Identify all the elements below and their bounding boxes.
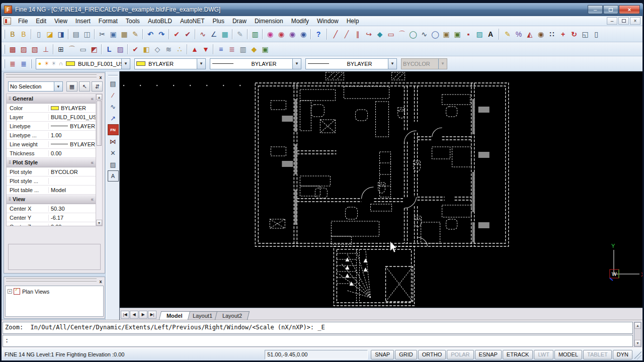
toolbar-button[interactable]: ⋈ xyxy=(108,136,119,147)
scroll-down-icon[interactable]: ▼ xyxy=(634,340,641,346)
toolbar-button[interactable]: ▤ xyxy=(70,29,82,40)
palette-close-icon[interactable]: x xyxy=(98,74,104,80)
mdi-restore-button[interactable] xyxy=(618,17,629,25)
toolbar-button[interactable]: ⊥ xyxy=(40,44,51,55)
toolbar-button[interactable]: ◯ xyxy=(408,29,419,40)
toolbar-button[interactable]: ∿ xyxy=(419,29,430,40)
palette-scrollbar[interactable]: ▲ ▼ xyxy=(96,94,103,226)
toolbar-button[interactable]: ◧ xyxy=(141,44,152,55)
toolbar-button[interactable]: ✂ xyxy=(97,29,108,40)
toolbar-button[interactable]: ≣ xyxy=(18,58,29,69)
section-view[interactable]: ⁞⁞ View « xyxy=(7,195,96,204)
toolbar-button[interactable]: ◪ xyxy=(44,29,55,40)
toolbar-button[interactable]: ◆ xyxy=(249,44,260,55)
toolbar-button[interactable]: ◇ xyxy=(152,44,163,55)
toolbar-button[interactable]: % xyxy=(513,29,524,40)
toolbar-button[interactable]: ≋ xyxy=(163,44,174,55)
toolbar-button[interactable]: B xyxy=(7,29,18,40)
layer-state-icon[interactable]: ☀ xyxy=(43,60,50,67)
status-toggle-button[interactable]: ORTHO xyxy=(418,350,446,359)
layout-tab[interactable]: Model xyxy=(159,311,190,320)
toolbar-button[interactable]: ▣ xyxy=(441,29,452,40)
mdi-close-button[interactable]: × xyxy=(630,17,640,25)
toolbar-button[interactable]: ▲ xyxy=(189,44,200,55)
toolbar-button[interactable] xyxy=(68,29,69,39)
property-value[interactable]: 50.30 xyxy=(49,206,96,212)
toolbar-button[interactable]: ▯ xyxy=(33,29,44,40)
section-plot-style[interactable]: ⁞⁞ Plot Style « xyxy=(7,158,96,167)
toolbar-button[interactable]: ╱ xyxy=(341,29,352,40)
property-value[interactable]: 0.00 xyxy=(49,224,96,227)
toolbar-button[interactable]: ◨ xyxy=(55,29,66,40)
drawing-canvas[interactable]: Y X W xyxy=(120,71,642,308)
scroll-up-icon[interactable]: ▲ xyxy=(634,322,641,329)
toolbar-button[interactable] xyxy=(187,44,188,54)
toolbar-button[interactable]: ✎ xyxy=(502,29,513,40)
toolbar-button[interactable]: ✎ xyxy=(130,29,141,40)
layout-tab[interactable]: Layout2 xyxy=(215,311,250,320)
linetype-combo[interactable]: BYLAYER ▼ xyxy=(210,58,301,69)
toolbar-button[interactable]: ✎ xyxy=(234,29,246,40)
toolbar-button[interactable] xyxy=(195,29,196,39)
tab-nav-button[interactable]: ◀ xyxy=(130,311,138,319)
toolbar-grip[interactable] xyxy=(4,59,5,68)
toolbar-button[interactable]: FN xyxy=(108,124,119,135)
maximize-button[interactable] xyxy=(603,5,618,14)
toolbar-button[interactable]: ▣ xyxy=(260,44,271,55)
toolbar-button[interactable]: A xyxy=(108,170,119,182)
status-toggle-button[interactable]: ETRACK xyxy=(503,350,533,359)
property-value[interactable]: BYLAYER xyxy=(49,105,96,111)
menu-item[interactable]: Help xyxy=(343,17,363,26)
toolbar-button[interactable] xyxy=(94,29,95,39)
toolbar-button[interactable]: ▨ xyxy=(108,159,119,170)
toolbar-button[interactable]: ? xyxy=(313,29,324,40)
toolbar-button[interactable] xyxy=(101,44,102,54)
toolbar-button[interactable]: ▥ xyxy=(237,44,249,55)
toolbar-button[interactable]: L xyxy=(104,44,115,55)
toolbar-button[interactable] xyxy=(232,29,233,39)
toolbar-grip[interactable] xyxy=(30,59,32,68)
status-toggle-button[interactable]: MODEL xyxy=(554,350,582,359)
command-scrollbar[interactable]: ▲ ▼ xyxy=(634,322,641,347)
toggle-pickadd-button[interactable]: ⇵ xyxy=(92,81,103,92)
status-toggle-button[interactable]: SNAP xyxy=(371,350,394,359)
toolbar-button[interactable]: ≡ xyxy=(215,44,226,55)
toolbar-button[interactable] xyxy=(213,44,214,54)
toolbar-grip[interactable] xyxy=(4,45,5,54)
selection-combo[interactable]: No Selection ▼ xyxy=(8,81,63,92)
color-combo-arrow[interactable]: ▼ xyxy=(197,59,205,69)
toolbar-button[interactable]: ∠ xyxy=(208,29,219,40)
command-input[interactable]: : xyxy=(3,335,633,347)
toolbar-button[interactable]: ↪ xyxy=(363,29,374,40)
lineweight-combo[interactable]: BYLAYER ▼ xyxy=(305,58,397,69)
menu-item[interactable]: AutoNET xyxy=(176,17,209,26)
toolbar-button[interactable]: ◉ xyxy=(287,29,298,40)
layer-state-icon[interactable]: ● xyxy=(36,60,43,67)
toolbar-button[interactable]: ▪ xyxy=(463,29,474,40)
panel-close-icon[interactable]: x xyxy=(98,279,104,285)
menu-item[interactable]: Dimension xyxy=(251,17,287,26)
toolbar-button[interactable] xyxy=(127,44,128,54)
menu-item[interactable]: Draw xyxy=(228,17,251,26)
collapse-icon[interactable]: « xyxy=(91,197,94,202)
menu-item[interactable]: Edit xyxy=(32,17,50,26)
toolbar-button[interactable]: ∥ xyxy=(352,29,363,40)
toolbar-button[interactable] xyxy=(142,29,143,39)
toolbar-button[interactable]: B xyxy=(18,29,29,40)
toolbar-button[interactable] xyxy=(262,29,263,39)
palette-grab-bar[interactable]: x xyxy=(6,74,97,80)
toolbar-button[interactable]: ▣ xyxy=(108,29,119,40)
toolbar-button[interactable]: ▦ xyxy=(119,29,130,40)
layer-combo[interactable]: ●☀☀∩ BUILD_FL001_US ▼ xyxy=(36,58,130,69)
toolbar-button[interactable]: ∿ xyxy=(197,29,208,40)
collapse-icon[interactable]: « xyxy=(91,160,94,165)
toolbar-grip[interactable] xyxy=(108,75,118,76)
plan-views-label[interactable]: Plan Views xyxy=(22,288,49,295)
command-history[interactable]: Zoom: In/Out/All/Center/Dynamic/Extents/… xyxy=(3,322,633,334)
toolbar-button[interactable]: ✔ xyxy=(182,29,193,40)
toolbar-button[interactable] xyxy=(247,29,248,39)
scroll-up-icon[interactable]: ▲ xyxy=(96,94,102,100)
toolbar-button[interactable]: ▯ xyxy=(591,29,602,40)
toolbar-button[interactable]: ✔ xyxy=(130,44,141,55)
toolbar-button[interactable] xyxy=(169,29,170,39)
